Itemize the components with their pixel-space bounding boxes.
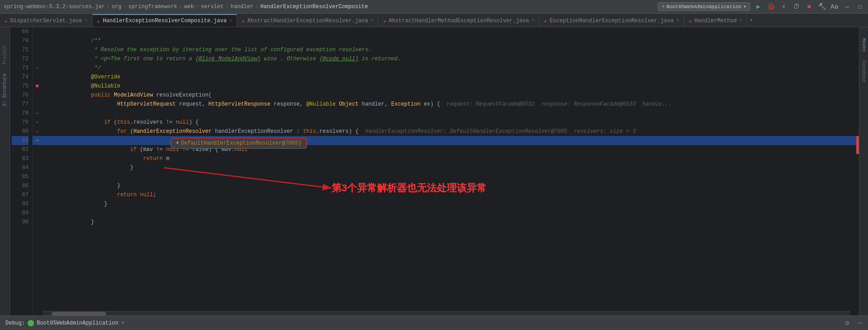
- breadcrumb: spring-webmvc-5.3.2-sources.jar › org › …: [4, 4, 655, 10]
- sidebar-maven-label[interactable]: Maven: [861, 38, 866, 52]
- title-bar: spring-webmvc-5.3.2-sources.jar › org › …: [0, 0, 868, 14]
- tab-icon-3: ☕: [241, 18, 245, 24]
- editor-area: 69 70 71 72 73 74 75 76 77 78 79 80 81 8…: [10, 27, 859, 315]
- sep1: ›: [106, 4, 110, 10]
- debug-popup-text: DefaultHandlerExceptionResolver@7005}: [181, 140, 301, 146]
- debug-button[interactable]: 🐞: [767, 2, 776, 11]
- tab-close-3[interactable]: ×: [371, 18, 373, 23]
- debug-current-arrow: →: [35, 137, 39, 144]
- gutter-77: [33, 100, 42, 109]
- translate-button[interactable]: Aa: [830, 2, 839, 11]
- gutter-78: ↩: [33, 109, 42, 118]
- tab-handler-composite[interactable]: ☕ HandlerExceptionResolverComposite.java…: [92, 14, 237, 27]
- tab-label-4: AbstractHandlerMethodExceptionResolver.j…: [389, 18, 529, 24]
- app-icon: [28, 320, 34, 326]
- tab-icon-5: ☕: [544, 18, 547, 24]
- tab-close-6[interactable]: ×: [739, 18, 742, 23]
- tab-icon-6: ☕: [689, 18, 692, 24]
- tab-icon-4: ☕: [383, 18, 386, 24]
- horizontal-scrollbar[interactable]: [43, 311, 850, 315]
- gutter-69: [33, 27, 42, 36]
- window-max[interactable]: ☐: [855, 2, 864, 11]
- gutter-74: [33, 73, 42, 82]
- gutter-icons: ↩ ● ↩ ↩ ↩ →: [33, 27, 42, 315]
- path-handler: handler: [231, 4, 253, 10]
- gutter-70: [33, 36, 42, 45]
- stop-button[interactable]: ■: [805, 2, 814, 11]
- left-sidebar: Project Z: Structure: [0, 27, 10, 315]
- run-config[interactable]: ● Boot05WebAdminApplication ▾: [658, 2, 750, 11]
- code-line-78: if (this.resolvers != null) {: [42, 109, 859, 118]
- gutter-71: [33, 45, 42, 54]
- code-line-75: public ModelAndView resolveException(: [42, 82, 859, 91]
- error-marker: [856, 136, 859, 154]
- tab-label-2: HandlerExceptionResolverComposite.java: [103, 18, 227, 24]
- window-min[interactable]: —: [843, 2, 852, 11]
- debug-close[interactable]: ×: [121, 320, 124, 326]
- tab-exception-handler[interactable]: ☕ ExceptionHandlerExceptionResolver.java…: [540, 14, 684, 27]
- gutter-76: [33, 91, 42, 100]
- tab-close-4[interactable]: ×: [532, 18, 535, 23]
- code-line-73: @Override: [42, 63, 859, 73]
- gutter-87: [33, 190, 42, 199]
- path-web: web: [184, 4, 194, 10]
- code-line-77: [42, 100, 859, 109]
- gear-button[interactable]: ⚙: [845, 319, 849, 327]
- profile-button[interactable]: ⏱: [792, 2, 801, 11]
- code-area: 69 70 71 72 73 74 75 76 77 78 79 80 81 8…: [10, 27, 859, 315]
- gutter-89: [33, 209, 42, 218]
- tab-label-6: HandlerMethod: [694, 18, 737, 24]
- tabs-overflow[interactable]: ▾: [747, 17, 756, 23]
- gutter-79: ↩: [33, 118, 42, 127]
- code-lines: /** * Resolve the exception by iterating…: [42, 27, 859, 315]
- run-button[interactable]: ▶: [754, 2, 763, 11]
- code-line-72: */: [42, 54, 859, 63]
- code-line-70: * Resolve the exception by iterating ove…: [42, 36, 859, 45]
- tab-label-3: AbstractHandlerExceptionResolver.java: [247, 18, 368, 24]
- status-bar: Debug: Boot05WebAdminApplication × ⚙ —: [0, 315, 868, 330]
- gutter-85: [33, 172, 42, 181]
- tab-abstract-method[interactable]: ☕ AbstractHandlerMethodExceptionResolver…: [378, 14, 539, 27]
- annotation-text: 第3个异常解析器也无法处理该异常: [332, 181, 487, 195]
- debug-label: Debug:: [5, 320, 25, 326]
- toolbar-right: ● Boot05WebAdminApplication ▾ ▶ 🐞 ⚡ ⏱ ■ …: [658, 2, 864, 11]
- path-servlet: servlet: [201, 4, 223, 10]
- build-button[interactable]: 🔨: [817, 2, 826, 11]
- code-line-89: }: [42, 209, 859, 218]
- tab-close-2[interactable]: ×: [229, 19, 232, 24]
- right-sidebar-labels: Maven Database: [861, 38, 866, 82]
- code-line-76: HttpServletRequest request, HttpServletR…: [42, 91, 859, 100]
- minus-button[interactable]: —: [858, 319, 863, 327]
- tab-handler-method[interactable]: ☕ HandlerMethod ×: [684, 14, 747, 27]
- code-line-84: [42, 163, 859, 172]
- gutter-81: →: [33, 136, 42, 145]
- tab-label-1: DispatcherServlet.java: [10, 18, 82, 24]
- gutter-80: ↩: [33, 127, 42, 136]
- code-line-81: if (mav != null != false) { mav.null: [42, 136, 859, 145]
- sidebar-database-label[interactable]: Database: [861, 61, 866, 82]
- right-sidebar: Maven Database: [859, 27, 868, 315]
- gutter-86: [33, 181, 42, 190]
- code-line-83: }: [42, 154, 859, 163]
- tabs-bar: ☕ DispatcherServlet.java × ☕ HandlerExce…: [0, 14, 868, 27]
- debug-popup[interactable]: + DefaultHandlerExceptionResolver@7005}: [171, 138, 307, 149]
- gutter-72: [33, 54, 42, 63]
- sidebar-structure-label[interactable]: Z: Structure: [2, 73, 7, 106]
- gutter-88: [33, 199, 42, 209]
- code-line-82: return m: [42, 145, 859, 154]
- breakpoint-75: ●: [35, 82, 39, 90]
- app-name: Boot05WebAdminApplication: [37, 320, 118, 326]
- sidebar-project-label[interactable]: Project: [2, 45, 7, 64]
- tab-abstract-handler[interactable]: ☕ AbstractHandlerExceptionResolver.java …: [237, 14, 378, 27]
- gutter-82: [33, 145, 42, 154]
- tab-dispatcher[interactable]: ☕ DispatcherServlet.java ×: [0, 14, 92, 27]
- coverage-button[interactable]: ⚡: [779, 2, 788, 11]
- gutter-84: [33, 163, 42, 172]
- code-line-80: ModelAndView mav = handlerExceptionResol…: [42, 127, 859, 136]
- project-name: spring-webmvc-5.3.2-sources.jar: [4, 4, 105, 10]
- tab-close-5[interactable]: ×: [676, 18, 679, 23]
- tab-label-5: ExceptionHandlerExceptionResolver.java: [550, 18, 674, 24]
- tab-close-1[interactable]: ×: [85, 18, 87, 23]
- main-area: Project Z: Structure 69 70 71 72 73 74 7…: [0, 27, 868, 315]
- debug-status: Debug: Boot05WebAdminApplication ×: [5, 320, 124, 326]
